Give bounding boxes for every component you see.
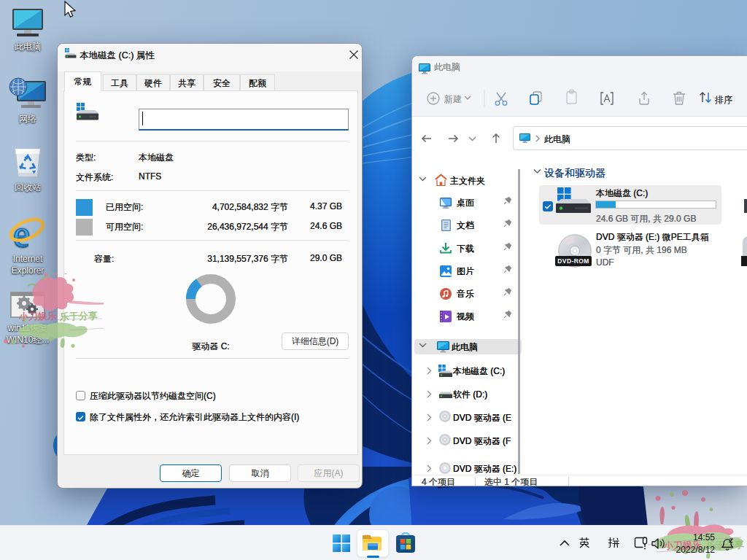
svg-text:小刀娱乐: 小刀娱乐 [18, 310, 57, 322]
svg-text:乐于分享: 乐于分享 [59, 310, 98, 322]
